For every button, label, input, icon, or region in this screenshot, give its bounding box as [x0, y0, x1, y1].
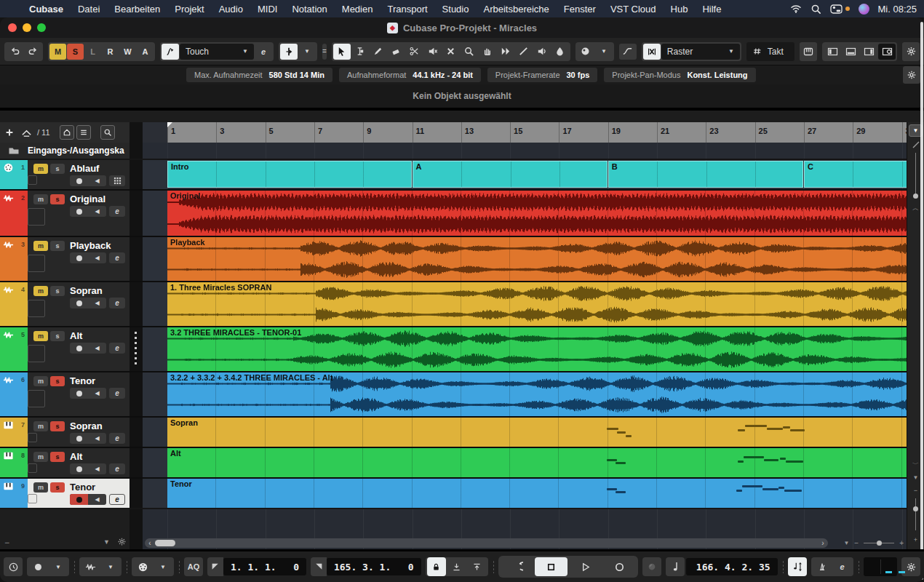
record-enable-button[interactable]: [70, 298, 88, 308]
track-presets-icon[interactable]: [19, 125, 33, 140]
left-zone-toggle[interactable]: [824, 44, 841, 60]
track-mute-button[interactable]: m: [33, 286, 48, 296]
track-1-ablauf[interactable]: 1msAblauf◀: [0, 160, 130, 189]
monitor-button[interactable]: ◀: [88, 252, 106, 263]
global-mute-button[interactable]: M: [49, 44, 66, 60]
left-locator-value[interactable]: 1. 1. 1. 0: [223, 558, 306, 575]
lower-zone-toggle[interactable]: [842, 44, 859, 60]
track-solo-button[interactable]: s: [50, 331, 65, 341]
monitor-button[interactable]: ◀: [88, 494, 106, 505]
record-enable-button[interactable]: [70, 433, 88, 444]
tenor-lane[interactable]: Tenor: [143, 479, 924, 508]
midi-record-mode-icon[interactable]: [133, 557, 152, 576]
monitor-button[interactable]: ◀: [88, 463, 106, 474]
scroll-right-arrow[interactable]: ›: [818, 539, 828, 547]
auto-quantize-button[interactable]: AQ: [184, 557, 203, 576]
edit-channel-button[interactable]: e: [109, 206, 125, 217]
edit-channel-button[interactable]: e: [109, 252, 125, 263]
track-mute-button[interactable]: m: [33, 241, 48, 251]
split-tool[interactable]: [406, 44, 423, 60]
track-expand-checkbox[interactable]: [28, 345, 45, 362]
track-solo-button[interactable]: s: [50, 286, 65, 296]
track-3-playback[interactable]: 3msPlayback◀e: [0, 237, 130, 281]
menu-item-fenster[interactable]: Fenster: [557, 4, 603, 15]
zoom-in-icon[interactable]: +: [899, 539, 904, 547]
vertical-zoom-slider[interactable]: [915, 153, 916, 198]
quantize-panel-icon[interactable]: [800, 42, 817, 61]
track-scale-dropdown-icon[interactable]: ▼: [103, 538, 110, 546]
menu-item-notation[interactable]: Notation: [284, 4, 334, 15]
track-height-slider-knob[interactable]: [913, 506, 918, 511]
locator-lock-icon[interactable]: [427, 557, 446, 576]
play-order-tool[interactable]: [497, 44, 514, 60]
track-mute-button[interactable]: m: [33, 194, 48, 204]
edit-channel-button[interactable]: e: [109, 388, 125, 399]
track-mute-button[interactable]: m: [33, 376, 48, 386]
spotlight-search-icon[interactable]: [811, 4, 821, 15]
menu-item-projekt[interactable]: Projekt: [167, 4, 211, 15]
edit-channel-button[interactable]: e: [109, 433, 125, 444]
track-mute-button[interactable]: m: [33, 452, 48, 462]
vertical-zoom-slider-knob[interactable]: [913, 194, 918, 199]
horizontal-scrollbar-handle[interactable]: [155, 540, 175, 546]
snap-on-off-icon[interactable]: [643, 44, 661, 60]
record-enable-button[interactable]: [70, 463, 88, 474]
divider-drag-handle[interactable]: [135, 332, 137, 367]
record-mode-dropdown[interactable]: ▼: [49, 557, 68, 576]
sopran-lane[interactable]: 1. Three Miracles SOPRAN: [143, 282, 924, 326]
wifi-icon[interactable]: [790, 3, 802, 15]
horizontal-zoom-slider[interactable]: [864, 543, 894, 543]
right-locator-value[interactable]: 165. 3. 1. 0: [327, 558, 421, 575]
monitor-button[interactable]: ◀: [88, 343, 106, 354]
track-mute-button[interactable]: m: [33, 482, 48, 493]
auto-scroll-icon[interactable]: [280, 44, 298, 60]
cycle-button[interactable]: [501, 557, 533, 576]
add-track-button[interactable]: [2, 125, 17, 140]
tempo-track-toggle-icon[interactable]: [788, 557, 807, 576]
track-expand-checkbox[interactable]: [28, 390, 45, 407]
track-9-tenor[interactable]: 9msTenor◀e: [0, 479, 130, 508]
track-expand-checkbox[interactable]: [28, 494, 37, 503]
sopran-lane[interactable]: Sopran: [143, 418, 924, 447]
zoom-tool[interactable]: [461, 44, 478, 60]
metronome-icon[interactable]: [813, 557, 832, 576]
arranger-event-intro[interactable]: Intro: [167, 161, 412, 188]
monitor-button[interactable]: ◀: [88, 388, 106, 399]
menu-item-medien[interactable]: Medien: [335, 4, 381, 15]
track-solo-button[interactable]: s: [50, 452, 65, 462]
playback-lane[interactable]: Playback: [143, 237, 924, 281]
menu-item-vst-cloud[interactable]: VST Cloud: [603, 4, 664, 15]
global-solo-button[interactable]: S: [67, 44, 84, 60]
menu-item-transport[interactable]: Transport: [380, 4, 434, 15]
color-tool[interactable]: [551, 44, 569, 60]
event-display-empty-area[interactable]: ‹ › ▼ − +: [143, 509, 924, 549]
edit-channel-button[interactable]: e: [109, 343, 125, 354]
track-height-slider[interactable]: [915, 498, 916, 530]
punch-in-icon[interactable]: [447, 557, 466, 576]
original-lane[interactable]: Original: [143, 191, 924, 236]
audition-tool[interactable]: [533, 44, 551, 60]
arranger-event-c[interactable]: C: [804, 161, 909, 188]
menu-item-midi[interactable]: MIDI: [250, 4, 284, 15]
right-zone-toggle[interactable]: [860, 44, 877, 60]
project-framerate[interactable]: Projekt-Framerate30 fps: [487, 68, 597, 82]
record-enable-button[interactable]: [70, 206, 88, 217]
redo-icon[interactable]: [24, 44, 41, 60]
record-enable-button[interactable]: [70, 252, 88, 263]
global-suspend-automation-button[interactable]: A: [137, 44, 154, 60]
track-list-gear-icon[interactable]: [117, 537, 127, 546]
track-7-sopran[interactable]: 7msSopran◀e: [0, 418, 130, 447]
menu-item-cubase[interactable]: Cubase: [22, 4, 71, 15]
track-mute-button[interactable]: m: [33, 421, 48, 431]
monitor-button[interactable]: ◀: [88, 206, 106, 217]
mute-tool[interactable]: [424, 44, 442, 60]
track-zoom-out-button[interactable]: −: [4, 538, 9, 548]
record-mode-icon[interactable]: [28, 557, 47, 576]
alt-lane[interactable]: 3.2 THREE MIRACLES - TENOR-01: [143, 327, 924, 371]
zoom-preset-dropdown-icon[interactable]: ▼: [843, 540, 849, 546]
punch-out-icon[interactable]: [468, 557, 487, 576]
timeline-ruler[interactable]: 135791113151719212325272931: [143, 122, 924, 143]
left-locator-flag-icon[interactable]: [207, 557, 223, 576]
toolbar-setup-gear-icon[interactable]: [902, 42, 920, 61]
color-menu-icon[interactable]: [577, 44, 594, 60]
